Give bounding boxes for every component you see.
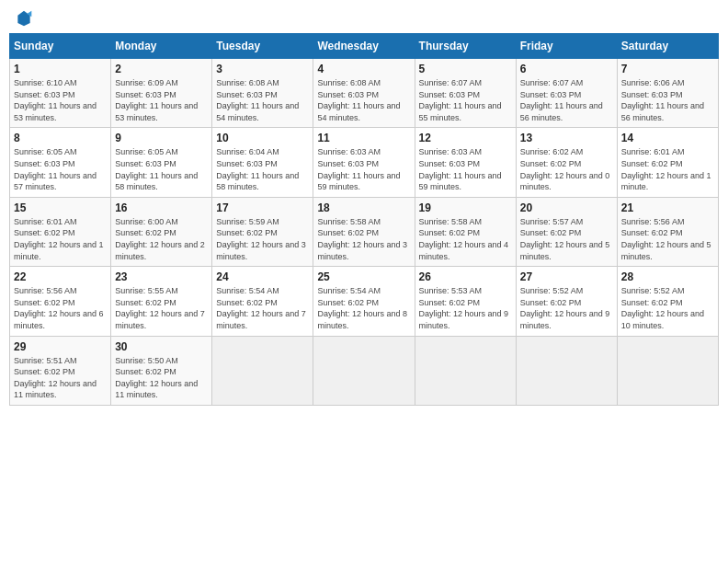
calendar-cell: 14 Sunrise: 6:01 AM Sunset: 6:02 PM Dayl… bbox=[617, 128, 718, 197]
day-number: 11 bbox=[317, 132, 410, 144]
calendar-cell: 4 Sunrise: 6:08 AM Sunset: 6:03 PM Dayli… bbox=[313, 59, 415, 128]
day-number: 2 bbox=[115, 63, 208, 75]
calendar-cell: 17 Sunrise: 5:59 AM Sunset: 6:02 PM Dayl… bbox=[212, 197, 313, 266]
day-number: 1 bbox=[14, 63, 107, 75]
day-info: Sunrise: 6:02 AM Sunset: 6:02 PM Dayligh… bbox=[520, 146, 613, 192]
day-info: Sunrise: 5:54 AM Sunset: 6:02 PM Dayligh… bbox=[317, 285, 410, 331]
day-info: Sunrise: 5:52 AM Sunset: 6:02 PM Dayligh… bbox=[520, 285, 613, 331]
calendar-cell: 28 Sunrise: 5:52 AM Sunset: 6:02 PM Dayl… bbox=[617, 267, 718, 336]
day-number: 24 bbox=[216, 270, 309, 283]
day-info: Sunrise: 6:09 AM Sunset: 6:03 PM Dayligh… bbox=[115, 77, 208, 123]
day-info: Sunrise: 6:07 AM Sunset: 6:03 PM Dayligh… bbox=[419, 77, 512, 123]
day-of-week-header: Tuesday bbox=[212, 34, 313, 59]
calendar-cell: 24 Sunrise: 5:54 AM Sunset: 6:02 PM Dayl… bbox=[212, 267, 313, 336]
day-of-week-header: Wednesday bbox=[313, 34, 415, 59]
day-number: 10 bbox=[216, 132, 309, 144]
day-info: Sunrise: 6:00 AM Sunset: 6:02 PM Dayligh… bbox=[115, 216, 208, 262]
calendar-cell bbox=[212, 336, 313, 405]
day-info: Sunrise: 5:52 AM Sunset: 6:02 PM Dayligh… bbox=[621, 285, 714, 331]
day-of-week-header: Friday bbox=[516, 34, 617, 59]
calendar-cell: 3 Sunrise: 6:08 AM Sunset: 6:03 PM Dayli… bbox=[212, 59, 313, 128]
day-number: 26 bbox=[419, 270, 512, 283]
calendar-cell: 26 Sunrise: 5:53 AM Sunset: 6:02 PM Dayl… bbox=[415, 267, 516, 336]
day-info: Sunrise: 6:03 AM Sunset: 6:03 PM Dayligh… bbox=[317, 146, 410, 192]
day-info: Sunrise: 6:04 AM Sunset: 6:03 PM Dayligh… bbox=[216, 146, 309, 192]
day-number: 16 bbox=[115, 201, 208, 214]
calendar-cell: 16 Sunrise: 6:00 AM Sunset: 6:02 PM Dayl… bbox=[111, 197, 212, 266]
calendar-cell: 6 Sunrise: 6:07 AM Sunset: 6:03 PM Dayli… bbox=[516, 59, 617, 128]
day-info: Sunrise: 5:56 AM Sunset: 6:02 PM Dayligh… bbox=[621, 216, 714, 262]
calendar-cell: 21 Sunrise: 5:56 AM Sunset: 6:02 PM Dayl… bbox=[617, 197, 718, 266]
day-info: Sunrise: 5:57 AM Sunset: 6:02 PM Dayligh… bbox=[520, 216, 613, 262]
day-info: Sunrise: 6:10 AM Sunset: 6:03 PM Dayligh… bbox=[14, 77, 107, 123]
day-info: Sunrise: 5:56 AM Sunset: 6:02 PM Dayligh… bbox=[14, 285, 107, 331]
calendar-cell bbox=[617, 336, 718, 405]
calendar-cell: 22 Sunrise: 5:56 AM Sunset: 6:02 PM Dayl… bbox=[10, 267, 111, 336]
day-number: 17 bbox=[216, 201, 309, 214]
calendar-cell: 20 Sunrise: 5:57 AM Sunset: 6:02 PM Dayl… bbox=[516, 197, 617, 266]
calendar-cell bbox=[516, 336, 617, 405]
day-number: 7 bbox=[621, 63, 714, 75]
day-info: Sunrise: 5:58 AM Sunset: 6:02 PM Dayligh… bbox=[419, 216, 512, 262]
day-info: Sunrise: 6:05 AM Sunset: 6:03 PM Dayligh… bbox=[115, 146, 208, 192]
calendar-cell: 19 Sunrise: 5:58 AM Sunset: 6:02 PM Dayl… bbox=[415, 197, 516, 266]
day-of-week-header: Sunday bbox=[10, 34, 111, 59]
page-header bbox=[9, 9, 719, 28]
calendar-cell bbox=[415, 336, 516, 405]
day-number: 13 bbox=[520, 132, 613, 144]
day-number: 30 bbox=[115, 340, 208, 353]
calendar-cell: 13 Sunrise: 6:02 AM Sunset: 6:02 PM Dayl… bbox=[516, 128, 617, 197]
calendar-week-row: 29 Sunrise: 5:51 AM Sunset: 6:02 PM Dayl… bbox=[10, 336, 719, 405]
day-number: 19 bbox=[419, 201, 512, 214]
day-number: 6 bbox=[520, 63, 613, 75]
day-info: Sunrise: 5:59 AM Sunset: 6:02 PM Dayligh… bbox=[216, 216, 309, 262]
day-info: Sunrise: 6:01 AM Sunset: 6:02 PM Dayligh… bbox=[14, 216, 107, 262]
calendar-cell: 10 Sunrise: 6:04 AM Sunset: 6:03 PM Dayl… bbox=[212, 128, 313, 197]
calendar-header-row: SundayMondayTuesdayWednesdayThursdayFrid… bbox=[10, 34, 719, 59]
calendar-cell: 2 Sunrise: 6:09 AM Sunset: 6:03 PM Dayli… bbox=[111, 59, 212, 128]
day-of-week-header: Monday bbox=[111, 34, 212, 59]
calendar-cell: 15 Sunrise: 6:01 AM Sunset: 6:02 PM Dayl… bbox=[10, 197, 111, 266]
day-number: 8 bbox=[14, 132, 107, 144]
day-number: 5 bbox=[419, 63, 512, 75]
calendar-cell bbox=[313, 336, 415, 405]
day-info: Sunrise: 6:06 AM Sunset: 6:03 PM Dayligh… bbox=[621, 77, 714, 123]
day-info: Sunrise: 5:50 AM Sunset: 6:02 PM Dayligh… bbox=[115, 355, 208, 401]
calendar-cell: 5 Sunrise: 6:07 AM Sunset: 6:03 PM Dayli… bbox=[415, 59, 516, 128]
day-info: Sunrise: 5:54 AM Sunset: 6:02 PM Dayligh… bbox=[216, 285, 309, 331]
calendar-week-row: 1 Sunrise: 6:10 AM Sunset: 6:03 PM Dayli… bbox=[10, 59, 719, 128]
day-number: 14 bbox=[621, 132, 714, 144]
calendar-week-row: 8 Sunrise: 6:05 AM Sunset: 6:03 PM Dayli… bbox=[10, 128, 719, 197]
day-number: 21 bbox=[621, 201, 714, 214]
calendar-table: SundayMondayTuesdayWednesdayThursdayFrid… bbox=[9, 33, 719, 406]
day-number: 15 bbox=[14, 201, 107, 214]
day-info: Sunrise: 6:05 AM Sunset: 6:03 PM Dayligh… bbox=[14, 146, 107, 192]
day-info: Sunrise: 6:03 AM Sunset: 6:03 PM Dayligh… bbox=[419, 146, 512, 192]
calendar-cell: 29 Sunrise: 5:51 AM Sunset: 6:02 PM Dayl… bbox=[10, 336, 111, 405]
calendar-cell: 30 Sunrise: 5:50 AM Sunset: 6:02 PM Dayl… bbox=[111, 336, 212, 405]
calendar-week-row: 15 Sunrise: 6:01 AM Sunset: 6:02 PM Dayl… bbox=[10, 197, 719, 266]
day-number: 28 bbox=[621, 270, 714, 283]
calendar-cell: 7 Sunrise: 6:06 AM Sunset: 6:03 PM Dayli… bbox=[617, 59, 718, 128]
day-info: Sunrise: 6:08 AM Sunset: 6:03 PM Dayligh… bbox=[216, 77, 309, 123]
day-of-week-header: Thursday bbox=[415, 34, 516, 59]
day-info: Sunrise: 5:58 AM Sunset: 6:02 PM Dayligh… bbox=[317, 216, 410, 262]
day-info: Sunrise: 6:07 AM Sunset: 6:03 PM Dayligh… bbox=[520, 77, 613, 123]
day-number: 18 bbox=[317, 201, 410, 214]
day-number: 9 bbox=[115, 132, 208, 144]
day-number: 29 bbox=[14, 340, 107, 353]
calendar-cell: 1 Sunrise: 6:10 AM Sunset: 6:03 PM Dayli… bbox=[10, 59, 111, 128]
day-info: Sunrise: 6:08 AM Sunset: 6:03 PM Dayligh… bbox=[317, 77, 410, 123]
calendar-cell: 12 Sunrise: 6:03 AM Sunset: 6:03 PM Dayl… bbox=[415, 128, 516, 197]
calendar-week-row: 22 Sunrise: 5:56 AM Sunset: 6:02 PM Dayl… bbox=[10, 267, 719, 336]
calendar-cell: 23 Sunrise: 5:55 AM Sunset: 6:02 PM Dayl… bbox=[111, 267, 212, 336]
day-info: Sunrise: 6:01 AM Sunset: 6:02 PM Dayligh… bbox=[621, 146, 714, 192]
day-number: 3 bbox=[216, 63, 309, 75]
day-number: 27 bbox=[520, 270, 613, 283]
day-number: 4 bbox=[317, 63, 410, 75]
day-number: 12 bbox=[419, 132, 512, 144]
day-info: Sunrise: 5:53 AM Sunset: 6:02 PM Dayligh… bbox=[419, 285, 512, 331]
day-number: 23 bbox=[115, 270, 208, 283]
day-info: Sunrise: 5:51 AM Sunset: 6:02 PM Dayligh… bbox=[14, 355, 107, 401]
calendar-cell: 27 Sunrise: 5:52 AM Sunset: 6:02 PM Dayl… bbox=[516, 267, 617, 336]
